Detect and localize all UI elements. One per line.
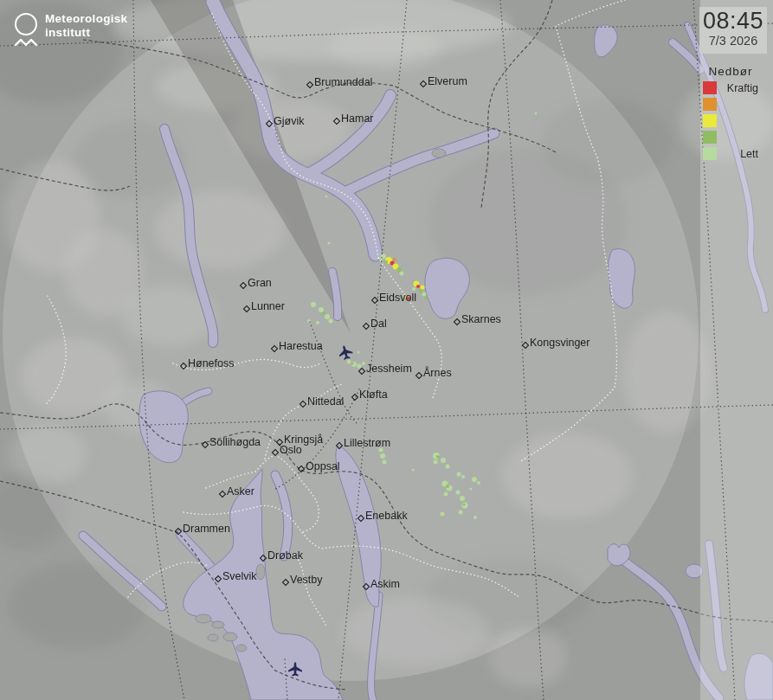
precipitation-cell <box>459 511 463 515</box>
precipitation-cell <box>463 504 466 506</box>
precipitation-cell <box>316 321 319 324</box>
precipitation-cell <box>319 307 324 312</box>
precipitation-cell <box>444 492 448 497</box>
precipitation-cell <box>384 260 388 264</box>
legend-swatch <box>703 81 717 94</box>
precipitation-cell <box>456 491 461 495</box>
clock-panel: 08:45 7/3 2026 <box>699 7 767 54</box>
precipitation-cell <box>400 272 404 276</box>
legend-swatch <box>703 147 717 160</box>
precipitation-cell <box>436 455 440 459</box>
precipitation-cell <box>446 465 450 469</box>
radar-map-screen: BrumunddalElverumGjøvikHamarGranLunnerEi… <box>0 0 773 700</box>
precipitation-cell <box>477 481 480 485</box>
legend-swatch <box>703 98 717 111</box>
precipitation-cell <box>535 112 538 115</box>
precipitation-cell <box>434 460 438 465</box>
precipitation-cell <box>347 360 351 364</box>
precipitation-cell <box>351 363 354 365</box>
precipitation-cell <box>329 319 333 324</box>
legend-item: Lett <box>703 147 758 160</box>
precipitation-cell <box>441 458 446 463</box>
legend-swatch <box>703 114 717 127</box>
legend-swatch <box>703 131 717 144</box>
logo-sun-icon <box>15 13 37 35</box>
legend-title: Nedbør <box>703 65 758 78</box>
logo-wave-icon <box>14 37 38 48</box>
clock-date: 7/3 2026 <box>699 34 767 48</box>
precipitation-cell <box>407 297 410 300</box>
precipitation-cell <box>380 453 385 459</box>
precipitation-cell <box>358 364 362 369</box>
precipitation-cell <box>358 351 360 354</box>
precipitation-cell <box>325 196 328 198</box>
precipitation-cell <box>422 292 427 297</box>
precipitation-cell <box>441 512 445 517</box>
legend-items: KraftigLett <box>703 81 758 160</box>
precipitation-cell <box>421 286 425 290</box>
legend-item <box>703 98 758 111</box>
precipitation-cell <box>446 485 449 488</box>
precipitation-cell <box>473 516 477 519</box>
precipitation-cell <box>383 460 387 465</box>
precipitation-cell <box>416 285 420 288</box>
precipitation-cell <box>404 296 407 299</box>
precipitation-cell <box>362 362 365 365</box>
precipitation-cell <box>412 469 415 472</box>
precipitation-cell <box>472 477 477 482</box>
precipitation-cell <box>470 488 473 491</box>
precipitation-legend: Nedbør KraftigLett <box>703 65 758 164</box>
precipitation-cell <box>311 302 316 307</box>
legend-item: Kraftig <box>703 81 758 94</box>
precipitation-cell <box>457 472 461 477</box>
precipitation-cell <box>328 242 331 245</box>
clock-time: 08:45 <box>699 8 767 34</box>
precipitation-cell <box>322 311 325 315</box>
precipitation-cell <box>424 296 428 299</box>
precipitation-cell <box>393 258 396 261</box>
precipitation-cell <box>325 314 330 319</box>
weather-radar-map[interactable] <box>0 0 773 700</box>
precipitation-cell <box>461 475 465 478</box>
legend-item-label: Lett <box>717 148 758 160</box>
logo-line2: institutt <box>45 26 127 40</box>
legend-item <box>703 131 758 144</box>
logo-line1: Meteorologisk <box>45 12 127 26</box>
logo-text: Meteorologisk institutt <box>45 12 127 40</box>
precipitation-cell <box>412 287 415 291</box>
legend-item-label: Kraftig <box>717 82 758 94</box>
precipitation-cell <box>460 496 465 501</box>
legend-item <box>703 114 758 127</box>
precipitation-cell <box>379 448 383 453</box>
